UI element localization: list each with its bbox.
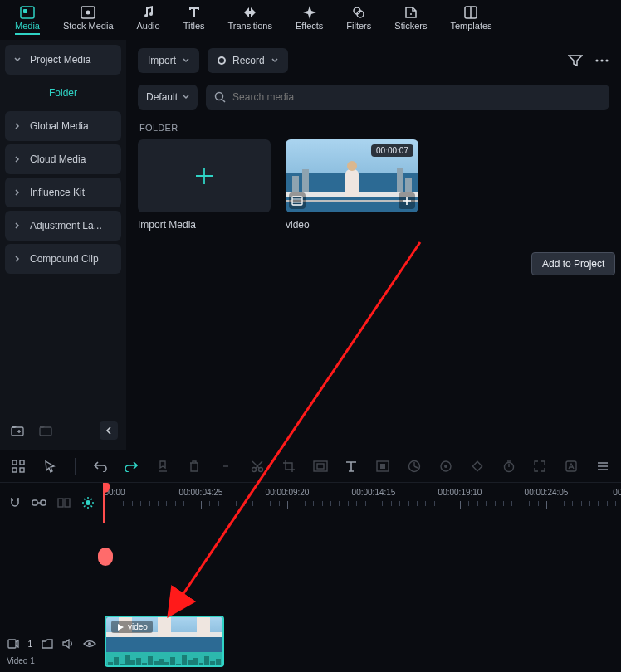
tab-label: Audio [137, 21, 160, 31]
svg-rect-25 [12, 468, 17, 472]
visibility-icon[interactable] [83, 636, 96, 651]
sidebar-item-folder[interactable]: Folder [5, 78, 121, 108]
timeline-ruler[interactable]: 00:0000:00:04:2500:00:09:2000:00:14:1500… [103, 483, 621, 523]
media-icon [20, 6, 35, 19]
tab-transitions[interactable]: Transitions [228, 6, 272, 34]
sidebar-item-label: Compound Clip [30, 253, 99, 265]
aspect-icon[interactable] [310, 456, 330, 476]
color-icon[interactable] [436, 456, 456, 476]
layout-icon[interactable] [8, 456, 28, 476]
link-icon[interactable] [216, 456, 236, 476]
cursor-icon[interactable] [40, 456, 60, 476]
svg-point-13 [605, 59, 608, 61]
more-icon[interactable] [594, 59, 609, 62]
timeline-track[interactable]: video [103, 523, 621, 672]
record-dropdown[interactable]: Record [208, 48, 288, 73]
track-index: 1 [27, 640, 32, 649]
tab-templates[interactable]: Templates [450, 6, 491, 34]
new-folder-button[interactable] [8, 421, 27, 440]
sparkle-icon [303, 6, 316, 19]
sidebar-item-global-media[interactable]: Global Media [5, 111, 121, 141]
text-tool-icon[interactable] [341, 456, 361, 476]
timer-icon[interactable] [499, 456, 519, 476]
video-clip[interactable]: video [105, 616, 224, 667]
svg-line-56 [91, 506, 93, 508]
svg-rect-59 [8, 640, 16, 648]
chevron-right-icon [13, 256, 22, 262]
keyframe-icon[interactable] [467, 456, 487, 476]
sidebar-item-adjustment-layer[interactable]: Adjustment La... [5, 211, 121, 241]
redo-icon[interactable] [122, 456, 142, 476]
sort-dropdown[interactable]: Default [138, 85, 198, 110]
sidebar-item-compound-clip[interactable]: Compound Clip [5, 244, 121, 274]
sidebar: Project Media Folder Global Media Cloud … [0, 40, 126, 450]
timeline-toolbar [0, 450, 621, 483]
folder-heading: FOLDER [139, 123, 609, 133]
speed-icon[interactable] [404, 456, 424, 476]
sidebar-item-label: Global Media [30, 120, 89, 132]
sidebar-item-cloud-media[interactable]: Cloud Media [5, 144, 121, 174]
svg-rect-30 [314, 461, 327, 471]
add-to-project-tooltip: Add to Project [531, 252, 615, 275]
tab-label: Titles [183, 21, 205, 31]
tile-label: Import Media [138, 219, 271, 231]
svg-rect-37 [472, 461, 482, 470]
crop-icon[interactable] [279, 456, 299, 476]
frame-icon[interactable] [373, 456, 393, 476]
svg-rect-49 [65, 499, 70, 507]
filter-icon[interactable] [568, 54, 583, 67]
svg-line-55 [84, 499, 86, 500]
video-track-icon [7, 636, 19, 651]
sidebar-item-project-media[interactable]: Project Media [5, 45, 121, 75]
tab-media[interactable]: Media [15, 6, 40, 34]
folder-button[interactable] [37, 421, 55, 440]
expand-icon[interactable] [531, 456, 550, 476]
folder-open-icon[interactable] [41, 636, 53, 651]
svg-point-12 [600, 59, 603, 61]
tab-effects[interactable]: Effects [296, 6, 323, 34]
marker-icon[interactable] [153, 456, 173, 476]
add-to-project-button[interactable] [399, 192, 415, 209]
chevron-right-icon [13, 156, 22, 163]
sidebar-item-label: Cloud Media [30, 153, 86, 165]
tab-filters[interactable]: Filters [346, 6, 371, 34]
tab-stock-media[interactable]: Stock Media [63, 6, 114, 34]
link-tracks-icon[interactable] [32, 494, 48, 511]
svg-rect-33 [380, 464, 385, 469]
video-tile[interactable]: 00:00:07 video [286, 139, 418, 231]
auto-ripple-icon[interactable] [81, 494, 97, 511]
mute-icon[interactable] [62, 636, 75, 651]
record-label: Record [232, 55, 265, 66]
tab-titles[interactable]: Titles [183, 6, 205, 34]
search-box[interactable] [206, 85, 609, 110]
music-icon [142, 6, 155, 19]
undo-icon[interactable] [90, 456, 110, 476]
tab-stickers[interactable]: Stickers [394, 6, 427, 34]
sidebar-item-influence-kit[interactable]: Influence Kit [5, 178, 121, 207]
magnet-icon[interactable] [7, 494, 23, 511]
text-icon [188, 6, 201, 19]
trash-icon[interactable] [184, 456, 204, 476]
plus-icon [193, 164, 216, 187]
svg-point-36 [444, 465, 447, 468]
import-media-tile[interactable]: Import Media [138, 139, 271, 231]
import-label: Import [148, 55, 176, 66]
cut-icon[interactable] [247, 456, 267, 476]
ripple-icon[interactable] [56, 494, 72, 511]
playhead-handle[interactable] [98, 548, 113, 566]
record-icon [218, 56, 226, 65]
auto-icon[interactable] [561, 456, 581, 476]
svg-point-28 [252, 468, 256, 472]
search-icon [214, 91, 226, 103]
playhead[interactable] [103, 483, 105, 523]
svg-rect-48 [58, 499, 63, 507]
tab-label: Transitions [228, 21, 272, 31]
tab-audio[interactable]: Audio [137, 6, 160, 34]
tab-label: Templates [450, 21, 491, 31]
track-height-icon[interactable] [593, 456, 613, 476]
collapse-sidebar-button[interactable] [100, 421, 118, 440]
import-dropdown[interactable]: Import [138, 48, 199, 73]
svg-point-60 [88, 642, 91, 645]
search-input[interactable] [232, 91, 601, 103]
tab-label: Stickers [394, 21, 427, 31]
